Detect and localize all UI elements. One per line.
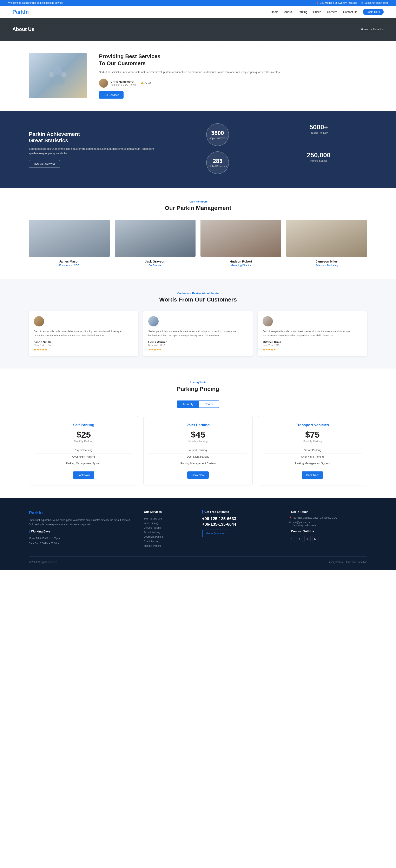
nav-links: Home About Parking Prices Careers Contac… bbox=[271, 9, 384, 15]
pricing-section-title: Parking Pricing bbox=[29, 385, 367, 392]
pricing-feature-1-1: Over Night Parking bbox=[149, 454, 248, 460]
footer-services-title: Our Services bbox=[142, 510, 194, 514]
review-text-1: Sed ut perspiciatis unde omnis isteatus … bbox=[148, 329, 248, 338]
review-card-1: Sed ut perspiciatis unde omnis isteatus … bbox=[143, 311, 253, 356]
svg-point-3 bbox=[61, 72, 67, 78]
footer-service-1[interactable]: Valet Parking bbox=[142, 521, 194, 525]
about-image bbox=[29, 53, 87, 98]
nav-parking[interactable]: Parking bbox=[298, 10, 307, 13]
footer-services: Our Services Self Parking Lots Valet Par… bbox=[142, 510, 194, 548]
social-twitter[interactable]: t bbox=[297, 536, 303, 542]
team-name-0: James Mason bbox=[29, 260, 110, 263]
login-button[interactable]: Login Here bbox=[363, 9, 384, 15]
email-icon: ✉ bbox=[361, 1, 363, 4]
pricing-price-1: $45 bbox=[149, 430, 248, 440]
email-info: ✉ Support@parkin.com bbox=[361, 1, 388, 4]
team-role-3: Sales and Marketing bbox=[286, 264, 367, 267]
hero-banner: About Us Home >> About Us bbox=[0, 18, 396, 41]
footer-phone1: +06-125-125-6633 bbox=[202, 517, 280, 521]
view-services-button[interactable]: View Our Services bbox=[29, 160, 60, 167]
address-info: 📍 123 Megbee St, Sydney, Australia bbox=[316, 1, 357, 4]
stat-parking-spaces: 250,000 Parking Spaces bbox=[270, 151, 367, 175]
reviews-section-title: Words From Our Customers bbox=[29, 296, 367, 303]
copyright: © 2020 All rights reserved. bbox=[29, 561, 58, 564]
pricing-title-1: Valet Parking bbox=[149, 423, 248, 427]
pricing-grid: Self Parking $25 Monthly Parking Airport… bbox=[29, 416, 367, 486]
team-name-3: Jameson Miles bbox=[286, 260, 367, 263]
about-content: Providing Best Services To Our Customers… bbox=[99, 53, 281, 99]
book-now-button-2[interactable]: Book Now bbox=[302, 471, 323, 479]
reviewer-avatar-0 bbox=[34, 316, 44, 327]
team-photo-0 bbox=[29, 220, 110, 257]
ceo-title: Founder & CEO Parkin bbox=[111, 83, 136, 86]
toggle-yearly[interactable]: Yearly bbox=[199, 401, 218, 407]
nav-contact[interactable]: Contact Us bbox=[343, 10, 357, 13]
nav-home[interactable]: Home bbox=[271, 10, 278, 13]
ceo-signature: ✍ Jmwth bbox=[141, 82, 151, 85]
email-icon: ✉ bbox=[289, 521, 291, 524]
footer-service-4[interactable]: Overnight Parking bbox=[142, 534, 194, 539]
pricing-feature-0-0: Airport Parking bbox=[34, 447, 133, 454]
footer-working-hours: Mon - Fri 8:00AM - 11:00pm Sat - Sun 8:0… bbox=[29, 536, 133, 546]
pricing-features-0: Airport Parking Over Night Parking Parki… bbox=[34, 447, 133, 466]
stat-circle-1: 3800 Happy Customers bbox=[206, 123, 229, 146]
team-photo-1 bbox=[115, 220, 195, 257]
stat-parking-per-day: 5000+ Parking Per Day bbox=[270, 123, 367, 147]
stats-grid: 3800 Happy Customers 5000+ Parking Per D… bbox=[169, 123, 367, 175]
stat-global-branches: 283 Global Branches bbox=[169, 151, 266, 175]
stats-description: Sed ut perspiciatis unde omnis iste natu… bbox=[29, 147, 161, 156]
pricing-toggle: Monthly Yearly bbox=[177, 401, 219, 408]
social-facebook[interactable]: f bbox=[289, 536, 295, 542]
pricing-section-label: Pricing Table bbox=[29, 381, 367, 384]
footer-contact-title: Get In Touch bbox=[289, 510, 367, 514]
pricing-section: Pricing Table Parking Pricing Monthly Ye… bbox=[0, 369, 396, 498]
pricing-feature-0-1: Over Night Parking bbox=[34, 454, 133, 460]
team-grid: James Mason Founder and CEO Jack Grayson… bbox=[29, 220, 367, 267]
stat-happy-customers: 3800 Happy Customers bbox=[169, 123, 266, 147]
terms-link[interactable]: Term and Condition bbox=[346, 561, 367, 564]
footer-service-5[interactable]: Event Parking bbox=[142, 539, 194, 544]
hero-title: About Us bbox=[12, 26, 34, 32]
privacy-policy-link[interactable]: Privacy Policy bbox=[328, 561, 343, 564]
team-member-2: Hudson Robert Managing Director bbox=[201, 220, 281, 267]
footer-estimate-title: Get Free Estimate bbox=[202, 510, 280, 514]
footer-service-2[interactable]: Garage Parking bbox=[142, 525, 194, 530]
book-now-button-0[interactable]: Book Now bbox=[73, 471, 94, 479]
breadcrumb-current: About Us bbox=[373, 28, 384, 31]
toggle-monthly[interactable]: Monthly bbox=[177, 401, 199, 407]
ceo-avatar bbox=[99, 79, 108, 88]
footer-service-3[interactable]: Airport Parking bbox=[142, 530, 194, 534]
footer-logo: ParkIn bbox=[29, 510, 133, 516]
footer-bottom: © 2020 All rights reserved. Privacy Poli… bbox=[29, 556, 367, 564]
pricing-title-2: Transport Vehicles bbox=[263, 423, 362, 427]
nav-careers[interactable]: Careers bbox=[327, 10, 337, 13]
book-now-button-1[interactable]: Book Now bbox=[187, 471, 209, 479]
pricing-feature-2-0: Airport Parking bbox=[263, 447, 362, 454]
reviewer-avatar-2 bbox=[263, 316, 273, 327]
pricing-period-0: Monthly Parking bbox=[34, 440, 133, 443]
pricing-title-0: Self Parking bbox=[34, 423, 133, 427]
nav-about[interactable]: About bbox=[284, 10, 292, 13]
pricing-feature-2-1: Over Night Parking bbox=[263, 454, 362, 460]
footer-service-6[interactable]: Monthly Parking bbox=[142, 544, 194, 548]
reviewer-name-0: Jason Smith bbox=[34, 340, 133, 344]
social-linkedin[interactable]: in bbox=[304, 536, 311, 542]
reviewer-stars-1: ★★★★★ bbox=[148, 348, 248, 351]
nav-prices[interactable]: Prices bbox=[313, 10, 321, 13]
get-quotation-button[interactable]: Get A Quotation bbox=[202, 530, 230, 537]
footer-social-title: Connect With Us bbox=[289, 530, 367, 533]
stat-circle-3: 283 Global Branches bbox=[206, 151, 229, 174]
location-icon: 📍 bbox=[289, 517, 292, 519]
review-text-0: Sed ut perspiciatis unde omnis isteatus … bbox=[34, 329, 133, 338]
footer-working-days-title: Working Days bbox=[29, 530, 133, 533]
team-name-1: Jack Grayson bbox=[115, 260, 195, 263]
footer-grid: ParkIn Dicta sunt explicabo. Nemo enim i… bbox=[29, 510, 367, 548]
stats-left: Parkin Achievement Great Statistics Sed … bbox=[29, 131, 161, 167]
footer-service-0[interactable]: Self Parking Lots bbox=[142, 517, 194, 521]
footer-address: 📍 824 Bel Meadow Drive, California, USA bbox=[289, 517, 367, 519]
social-youtube[interactable]: ▶ bbox=[312, 536, 318, 542]
team-photo-placeholder-2 bbox=[201, 220, 281, 257]
our-services-button[interactable]: Our Services bbox=[99, 91, 124, 99]
breadcrumb-home[interactable]: Home bbox=[361, 28, 368, 31]
pricing-feature-1-2: Parking Management System bbox=[149, 460, 248, 466]
